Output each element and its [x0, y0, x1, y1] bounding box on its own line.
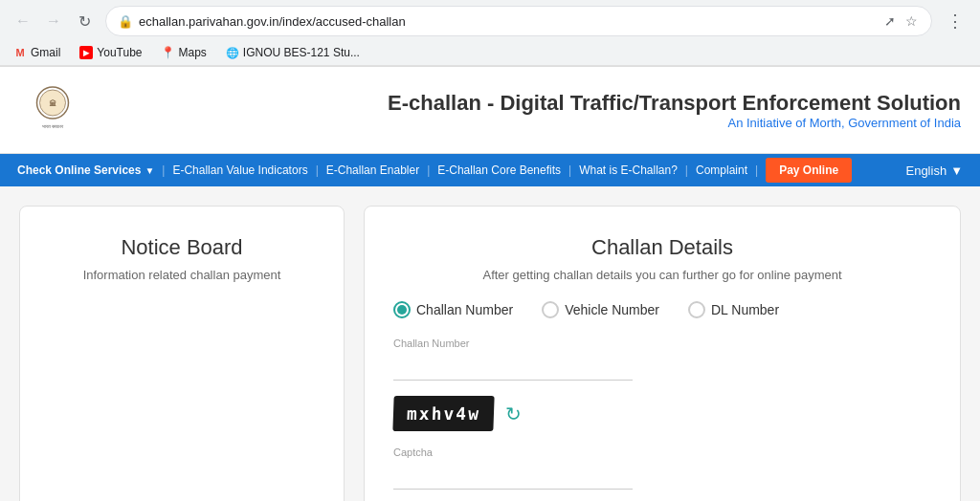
bookmark-youtube-label: YouTube: [97, 46, 142, 59]
site-title-area: E-challan - Digital Traffic/Transport En…: [86, 91, 961, 130]
nav-sep-3: |: [427, 163, 430, 177]
bookmark-gmail-label: Gmail: [31, 46, 60, 59]
nav-complaint[interactable]: Complaint: [688, 154, 755, 186]
site-title: E-challan - Digital Traffic/Transport En…: [86, 91, 961, 116]
nav-sep-6: |: [755, 163, 758, 177]
captcha-row: mxhv4w ↻: [393, 396, 931, 431]
radio-vehicle-number[interactable]: Vehicle Number: [542, 301, 659, 318]
nav-what-is[interactable]: What is E-Challan?: [571, 154, 685, 186]
radio-challan-label: Challan Number: [416, 302, 513, 317]
share-icon[interactable]: ➚: [882, 11, 898, 31]
bookmark-youtube[interactable]: ▶ YouTube: [76, 44, 145, 61]
lock-icon: 🔒: [118, 14, 133, 29]
page-content: 🏛 भारत सरकार E-challan - Digital Traffic…: [0, 67, 980, 501]
nav-buttons: ← → ↻: [10, 8, 98, 34]
radio-dl-circle: [688, 301, 705, 318]
challan-number-input[interactable]: [393, 353, 633, 381]
check-services-label: Check Online Services: [17, 163, 141, 177]
browser-chrome: ← → ↻ 🔒 echallan.parivahan.gov.in/index/…: [0, 0, 980, 67]
dropdown-arrow-icon: ▼: [145, 165, 154, 176]
language-label: English: [905, 163, 947, 178]
maps-icon: 📍: [162, 46, 175, 59]
bookmark-maps[interactable]: 📍 Maps: [158, 44, 211, 61]
address-actions: ➚ ☆: [882, 11, 920, 31]
extensions-icon[interactable]: ⋮: [940, 6, 970, 36]
toolbar-actions: ⋮: [940, 6, 970, 36]
challan-details-title: Challan Details: [393, 235, 931, 260]
emblem-icon: 🏛 भारत सरकार: [24, 81, 81, 139]
site-nav: Check Online Services ▼ | E-Challan Valu…: [0, 154, 980, 186]
nav-sep-4: |: [568, 163, 571, 177]
site-subtitle: An Initiative of Morth, Government of In…: [86, 116, 961, 130]
captcha-refresh-button[interactable]: ↻: [505, 403, 522, 425]
forward-button[interactable]: →: [40, 8, 67, 34]
site-logo: 🏛 भारत सरकार: [19, 76, 86, 143]
nav-value-indicators[interactable]: E-Challan Value Indicators: [165, 154, 315, 186]
radio-challan-circle: [393, 301, 411, 318]
radio-vehicle-circle: [542, 301, 559, 318]
bookmarks-bar: M Gmail ▶ YouTube 📍 Maps 🌐 IGNOU BES-121…: [0, 42, 980, 66]
nav-core-benefits[interactable]: E-Challan Core Benefits: [430, 154, 568, 186]
captcha-image: mxhv4w: [392, 396, 494, 431]
nav-sep-5: |: [685, 163, 688, 177]
svg-text:🏛: 🏛: [49, 99, 56, 108]
ignou-icon: 🌐: [226, 46, 239, 59]
language-dropdown-icon: ▼: [950, 163, 963, 178]
challan-number-group: Challan Number: [393, 338, 931, 381]
nav-enabler[interactable]: E-Challan Enabler: [319, 154, 427, 186]
bookmark-star-icon[interactable]: ☆: [903, 11, 920, 31]
bookmark-ignou[interactable]: 🌐 IGNOU BES-121 Stu...: [222, 44, 364, 61]
notice-board-subtitle: Information related challan payment: [49, 268, 315, 282]
radio-vehicle-label: Vehicle Number: [565, 302, 659, 317]
radio-challan-dot: [397, 305, 407, 315]
youtube-icon: ▶: [79, 46, 93, 59]
bookmark-ignou-label: IGNOU BES-121 Stu...: [243, 46, 360, 59]
svg-text:भारत सरकार: भारत सरकार: [42, 123, 64, 129]
bookmark-gmail[interactable]: M Gmail: [10, 44, 64, 61]
main-content: Notice Board Information related challan…: [0, 186, 980, 501]
challan-details-card: Challan Details After getting challan de…: [364, 206, 961, 501]
search-type-radio-group: Challan Number Vehicle Number DL Number: [393, 301, 931, 318]
reload-button[interactable]: ↻: [71, 8, 98, 34]
challan-details-subtitle: After getting challan details you can fu…: [393, 268, 931, 282]
notice-board-card: Notice Board Information related challan…: [19, 206, 345, 501]
radio-dl-label: DL Number: [711, 302, 779, 317]
url-text: echallan.parivahan.gov.in/index/accused-…: [139, 14, 877, 29]
site-header: 🏛 भारत सरकार E-challan - Digital Traffic…: [0, 67, 980, 154]
captcha-group: Captcha: [393, 447, 931, 490]
challan-number-label: Challan Number: [393, 338, 931, 349]
address-bar[interactable]: 🔒 echallan.parivahan.gov.in/index/accuse…: [105, 6, 932, 36]
radio-dl-number[interactable]: DL Number: [688, 301, 779, 318]
notice-board-title: Notice Board: [49, 235, 315, 260]
bookmark-maps-label: Maps: [179, 46, 207, 59]
captcha-input[interactable]: [393, 462, 633, 490]
gmail-icon: M: [13, 46, 27, 59]
nav-sep-1: |: [162, 163, 165, 177]
pay-online-button[interactable]: Pay Online: [766, 158, 852, 183]
check-online-services-button[interactable]: Check Online Services ▼: [10, 154, 162, 186]
browser-toolbar: ← → ↻ 🔒 echallan.parivahan.gov.in/index/…: [0, 0, 980, 42]
captcha-label: Captcha: [393, 447, 931, 458]
back-button[interactable]: ←: [10, 8, 36, 34]
radio-challan-number[interactable]: Challan Number: [393, 301, 513, 318]
nav-sep-2: |: [316, 163, 319, 177]
language-selector[interactable]: English ▼: [898, 156, 970, 185]
nav-items: Check Online Services ▼ | E-Challan Valu…: [10, 154, 898, 186]
